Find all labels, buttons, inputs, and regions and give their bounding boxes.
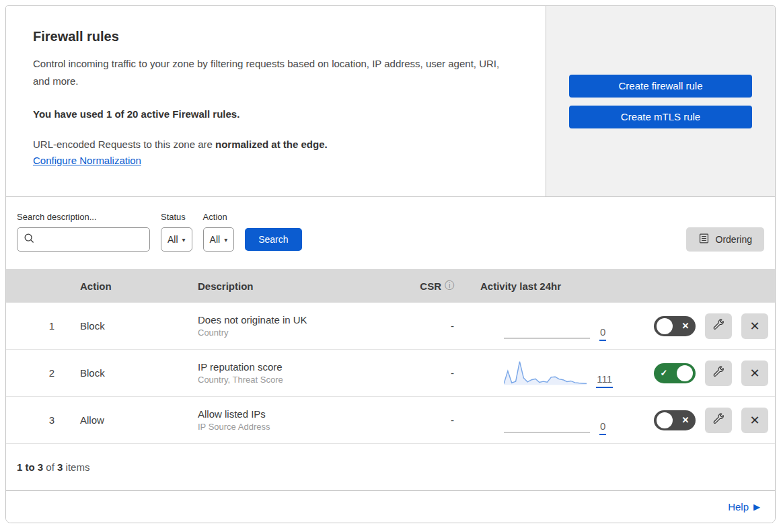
filter-bar: Search description... Status All ▾ Actio… xyxy=(6,197,775,269)
col-description: Description xyxy=(181,280,396,292)
total-text: 3 xyxy=(57,461,63,473)
status-dropdown[interactable]: All ▾ xyxy=(161,227,192,252)
help-link[interactable]: Help xyxy=(728,501,749,512)
close-icon: ✕ xyxy=(749,366,759,381)
action-label: Action xyxy=(203,212,235,222)
rule-description-cell: Allow listed IPs IP Source Address xyxy=(181,408,396,432)
col-activity: Activity last 24hr xyxy=(458,280,613,292)
rule-csr: - xyxy=(396,367,458,379)
rule-priority: 3 xyxy=(6,414,67,426)
rule-controls: ✕ ✕ xyxy=(613,313,775,339)
status-value: All xyxy=(168,234,178,245)
range-text: 1 to 3 xyxy=(17,461,43,473)
toggle-check-icon: ✓ xyxy=(657,368,671,378)
activity-count-link[interactable]: 0 xyxy=(599,421,606,435)
edit-rule-button[interactable] xyxy=(705,408,732,433)
csr-header-label: CSR xyxy=(420,280,441,292)
create-firewall-rule-button[interactable]: Create firewall rule xyxy=(569,75,752,98)
rule-controls: ✓ ✕ xyxy=(613,360,775,386)
rule-priority: 1 xyxy=(6,320,67,332)
hero-text: Firewall rules Control incoming traffic … xyxy=(6,6,546,196)
page-description: Control incoming traffic to your zone by… xyxy=(33,55,507,91)
rule-description-cell: IP reputation score Country, Threat Scor… xyxy=(181,361,396,385)
delete-rule-button[interactable]: ✕ xyxy=(741,408,768,433)
help-arrow-icon: ▶ xyxy=(753,502,760,512)
rule-action: Block xyxy=(67,367,181,379)
actions-panel: Create firewall rule Create mTLS rule xyxy=(546,6,775,196)
search-box xyxy=(17,227,150,252)
info-icon: ⓘ xyxy=(445,280,454,292)
toggle-knob xyxy=(657,318,673,334)
status-label: Status xyxy=(161,212,192,222)
table-row: 2 Block IP reputation score Country, Thr… xyxy=(6,350,775,397)
rule-priority: 2 xyxy=(6,367,67,379)
rule-controls: ✕ ✕ xyxy=(613,408,775,433)
rule-action: Block xyxy=(67,320,181,332)
rule-criteria: IP Source Address xyxy=(198,422,396,432)
table-header: Action Description CSR ⓘ Activity last 2… xyxy=(6,269,775,303)
activity-count-link[interactable]: 0 xyxy=(599,327,606,341)
usage-summary: You have used 1 of 20 active Firewall ru… xyxy=(33,108,519,120)
rule-description: Does not originate in UK xyxy=(198,314,396,326)
edit-rule-button[interactable] xyxy=(705,360,732,386)
pagination-summary: 1 to 3 of 3 items xyxy=(6,444,775,490)
col-action: Action xyxy=(67,280,181,292)
rules-table: Action Description CSR ⓘ Activity last 2… xyxy=(6,269,775,490)
normalization-text: URL-encoded Requests to this zone are xyxy=(33,139,215,150)
activity-sparkline xyxy=(504,311,590,341)
rule-csr: - xyxy=(396,320,458,332)
rule-criteria: Country xyxy=(198,328,396,338)
action-dropdown[interactable]: All ▾ xyxy=(203,227,235,252)
rule-activity-cell: 111 xyxy=(458,358,613,388)
status-filter-group: Status All ▾ xyxy=(161,212,192,252)
search-input[interactable] xyxy=(35,234,144,245)
configure-normalization-link[interactable]: Configure Normalization xyxy=(33,155,141,166)
toggle-x-icon: ✕ xyxy=(678,415,693,425)
wrench-icon xyxy=(712,318,724,334)
rule-description-cell: Does not originate in UK Country xyxy=(181,314,396,338)
of-text: of xyxy=(43,461,57,473)
close-icon: ✕ xyxy=(749,319,759,334)
ordering-button[interactable]: Ordering xyxy=(686,227,764,252)
rule-description: IP reputation score xyxy=(198,361,396,373)
wrench-icon xyxy=(712,412,724,428)
delete-rule-button[interactable]: ✕ xyxy=(741,360,768,386)
rule-enabled-toggle[interactable]: ✓ xyxy=(654,363,696,383)
close-icon: ✕ xyxy=(749,413,759,428)
chevron-down-icon: ▾ xyxy=(182,236,186,243)
toggle-x-icon: ✕ xyxy=(678,321,693,331)
rule-action: Allow xyxy=(67,414,181,426)
edit-rule-button[interactable] xyxy=(705,313,732,339)
table-row: 3 Allow Allow listed IPs IP Source Addre… xyxy=(6,397,775,444)
items-text: items xyxy=(63,461,89,473)
col-csr: CSR ⓘ xyxy=(396,280,458,292)
action-filter-group: Action All ▾ xyxy=(203,212,235,252)
search-label: Search description... xyxy=(17,212,150,222)
rule-description: Allow listed IPs xyxy=(198,408,396,420)
activity-sparkline xyxy=(504,358,587,388)
rule-activity-cell: 0 xyxy=(458,406,613,435)
rule-enabled-toggle[interactable]: ✕ xyxy=(654,410,696,430)
chevron-down-icon: ▾ xyxy=(224,236,227,243)
normalization-bold: normalized at the edge. xyxy=(215,139,328,150)
page-title: Firewall rules xyxy=(33,29,519,44)
activity-sparkline xyxy=(504,406,590,435)
activity-count-link[interactable]: 111 xyxy=(596,374,613,388)
firewall-rules-page: Firewall rules Control incoming traffic … xyxy=(5,5,776,523)
search-button[interactable]: Search xyxy=(245,228,301,251)
table-row: 1 Block Does not originate in UK Country… xyxy=(6,303,775,350)
rule-csr: - xyxy=(396,414,458,426)
rule-enabled-toggle[interactable]: ✕ xyxy=(654,316,696,336)
wrench-icon xyxy=(712,365,724,381)
hero-section: Firewall rules Control incoming traffic … xyxy=(6,6,775,197)
action-value: All xyxy=(210,234,221,245)
toggle-knob xyxy=(657,412,673,428)
rule-criteria: Country, Threat Score xyxy=(198,375,396,385)
toggle-knob xyxy=(677,365,693,381)
delete-rule-button[interactable]: ✕ xyxy=(741,313,768,339)
ordering-label: Ordering xyxy=(716,234,752,245)
normalization-note: URL-encoded Requests to this zone are no… xyxy=(33,139,519,150)
search-icon xyxy=(23,232,35,247)
ordering-list-icon xyxy=(698,233,710,246)
create-mtls-rule-button[interactable]: Create mTLS rule xyxy=(569,106,752,128)
